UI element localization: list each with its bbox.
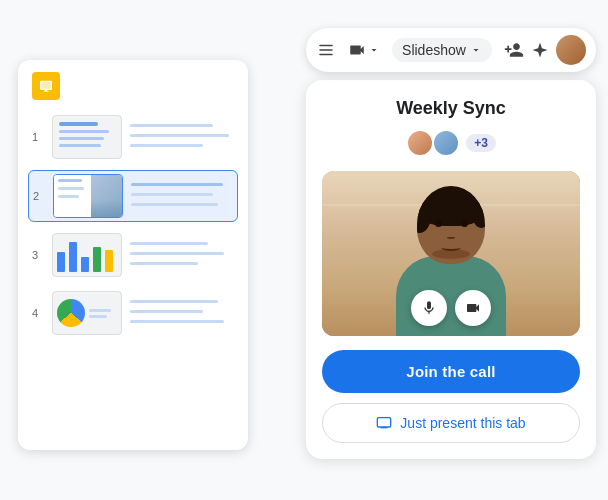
- slide-2-lines: [131, 183, 233, 209]
- slide-4-lines: [130, 300, 234, 326]
- svg-rect-6: [319, 54, 333, 56]
- pie-chart: [57, 299, 85, 327]
- add-people-button[interactable]: [504, 34, 524, 66]
- video-preview: [322, 171, 580, 336]
- present-tab-icon: [376, 415, 392, 431]
- camera-icon: [348, 41, 366, 59]
- slides-header: [28, 72, 238, 100]
- video-controls: [411, 290, 491, 326]
- participants-plus-badge: +3: [466, 134, 496, 152]
- slide-thumb-4: [52, 291, 122, 335]
- svg-rect-7: [378, 418, 391, 427]
- dropdown-icon: [368, 44, 380, 56]
- slide-item-2[interactable]: 2: [28, 170, 238, 222]
- meeting-popup: Weekly Sync +3: [306, 80, 596, 459]
- present-tab-button[interactable]: Just present this tab: [322, 403, 580, 443]
- slide-number-4: 4: [32, 307, 44, 319]
- participant-avatar-2: [432, 129, 460, 157]
- mic-button[interactable]: [411, 290, 447, 326]
- svg-rect-5: [319, 49, 333, 51]
- slide-thumb-1: [52, 115, 122, 159]
- svg-rect-1: [41, 82, 50, 89]
- participants-row: +3: [322, 129, 580, 157]
- slideshow-button[interactable]: Slideshow: [392, 38, 492, 62]
- slideshow-dropdown-icon: [470, 44, 482, 56]
- slide-item-3[interactable]: 3: [28, 230, 238, 280]
- slide-thumb-3: [52, 233, 122, 277]
- toolbar: Slideshow: [306, 28, 596, 72]
- svg-rect-4: [319, 45, 333, 47]
- svg-rect-2: [45, 90, 48, 91]
- mic-icon: [421, 300, 437, 316]
- slide-item-4[interactable]: 4: [28, 288, 238, 338]
- add-person-icon: [504, 40, 524, 60]
- slide-number-2: 2: [33, 190, 45, 202]
- user-avatar[interactable]: [556, 35, 586, 65]
- sparkle-icon: [531, 41, 549, 59]
- slide-1-lines: [130, 124, 234, 150]
- menu-button[interactable]: [316, 34, 336, 66]
- camera-toggle-button[interactable]: [455, 290, 491, 326]
- slide-thumb-2: [53, 174, 123, 218]
- join-call-button[interactable]: Join the call: [322, 350, 580, 393]
- meeting-title: Weekly Sync: [322, 98, 580, 119]
- slide-3-lines: [130, 242, 234, 268]
- slide-number-1: 1: [32, 131, 44, 143]
- svg-rect-8: [381, 427, 388, 428]
- participant-avatar-1: [406, 129, 434, 157]
- video-cam-icon: [465, 300, 481, 316]
- slideshow-label: Slideshow: [402, 42, 466, 58]
- svg-rect-3: [43, 91, 48, 92]
- present-tab-label: Just present this tab: [400, 415, 525, 431]
- slide-item-1[interactable]: 1: [28, 112, 238, 162]
- slides-app-icon: [32, 72, 60, 100]
- slide-number-3: 3: [32, 249, 44, 261]
- slides-panel: 1 2: [18, 60, 248, 450]
- camera-button[interactable]: [342, 34, 386, 66]
- magic-button[interactable]: [530, 34, 550, 66]
